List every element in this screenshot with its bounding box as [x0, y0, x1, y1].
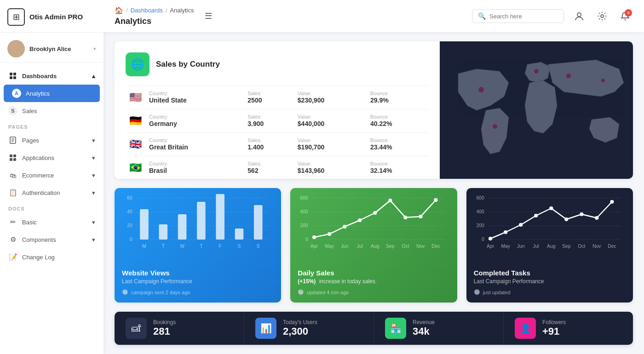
search-input[interactable] [489, 13, 554, 20]
svg-text:400: 400 [300, 209, 309, 214]
website-views-info: Website Views Last Campaign Performance … [115, 262, 281, 303]
revenue-stat-text: Revenue 34k [413, 319, 435, 337]
sales-by-country-card: 🌐 Sales by Country 🇺🇸 Country: United St… [115, 41, 633, 179]
user-account-icon[interactable] [571, 8, 587, 24]
svg-text:600: 600 [300, 195, 309, 200]
user-chevron-icon: ▾ [93, 46, 96, 52]
pages-chevron-icon: ▾ [92, 137, 95, 144]
daily-sales-highlight: (+15%) [298, 278, 316, 285]
country-table-row: 🇺🇸 Country: United State Sales: 2500 Val… [126, 86, 429, 109]
sidebar-item-components[interactable]: ⚙ Components ▾ [0, 231, 104, 248]
content-area: 🌐 Sales by Country 🇺🇸 Country: United St… [104, 32, 644, 354]
followers-stat-label: Followers [542, 319, 566, 325]
sidebar-item-basic[interactable]: ✏ Basic ▾ [0, 213, 104, 231]
website-views-card: 60 40 20 0 M T [115, 188, 281, 303]
search-box[interactable]: 🔍 [472, 9, 564, 23]
sales-country-title: Sales by Country [156, 60, 220, 69]
svg-text:M: M [142, 244, 146, 249]
country-table: 🇺🇸 Country: United State Sales: 2500 Val… [126, 86, 429, 179]
svg-point-81 [534, 214, 538, 217]
authentication-chevron-icon: ▾ [92, 189, 95, 196]
svg-point-19 [566, 74, 571, 78]
svg-text:200: 200 [476, 223, 484, 228]
svg-rect-33 [197, 202, 206, 240]
svg-text:T: T [200, 244, 202, 249]
svg-point-80 [519, 223, 523, 227]
sidebar-nav: Dashboards ▴ A Analytics S Sales Pages P… [0, 63, 104, 354]
svg-point-17 [478, 87, 484, 92]
website-views-subtitle: Last Campaign Performance [122, 278, 274, 285]
revenue-stat-value: 34k [413, 325, 435, 337]
stats-row: 🛋 Bookings 281 📊 Today's Users 2,300 🏪 R… [115, 312, 633, 345]
svg-rect-4 [10, 76, 12, 79]
svg-text:400: 400 [476, 209, 484, 214]
dashboards-icon [8, 71, 17, 80]
revenue-stat-icon: 🏪 [385, 318, 406, 339]
settings-icon[interactable] [594, 8, 610, 24]
completed-tasks-meta: 🕐 just updated [474, 289, 626, 295]
sidebar-item-authentication[interactable]: 📋 Authentication ▾ [0, 184, 104, 201]
notifications-button[interactable]: 9 [617, 8, 633, 24]
svg-rect-35 [235, 228, 244, 240]
svg-text:May: May [325, 244, 334, 249]
svg-text:F: F [219, 244, 222, 249]
svg-text:Apr: Apr [487, 244, 494, 249]
components-chevron-icon: ▾ [92, 236, 95, 243]
svg-point-58 [404, 216, 408, 219]
basic-label: Basic [22, 219, 87, 226]
svg-text:Sep: Sep [562, 244, 571, 249]
sales-country-table-area: 🌐 Sales by Country 🇺🇸 Country: United St… [115, 41, 440, 179]
sidebar-item-dashboards[interactable]: Dashboards ▴ [0, 67, 104, 85]
svg-text:200: 200 [300, 223, 309, 228]
search-icon: 🔍 [478, 12, 486, 20]
followers-stat-value: +91 [542, 325, 566, 337]
sidebar-item-analytics[interactable]: A Analytics [4, 85, 100, 102]
svg-point-82 [549, 206, 553, 210]
sidebar-user[interactable]: Brooklyn Alice ▾ [0, 33, 104, 63]
analytics-label: Analytics [26, 90, 92, 97]
daily-sales-title: Daily Sales [298, 269, 449, 277]
breadcrumb-current: Analytics [170, 7, 194, 14]
svg-text:600: 600 [476, 195, 484, 200]
svg-point-60 [434, 198, 438, 202]
stat-item-bookings: 🛋 Bookings 281 [115, 312, 244, 345]
stat-item-revenue: 🏪 Revenue 34k [374, 312, 504, 345]
sidebar-item-applications[interactable]: Applications ▾ [0, 149, 104, 166]
svg-text:May: May [501, 244, 510, 249]
ecommerce-label: Ecommerce [22, 172, 87, 179]
svg-point-0 [12, 42, 20, 50]
clock-icon-sales: 🕐 [298, 289, 304, 295]
pages-label: Pages [22, 137, 87, 144]
sidebar-item-ecommerce[interactable]: 🛍 Ecommerce ▾ [0, 166, 104, 184]
svg-text:20: 20 [127, 223, 132, 228]
svg-text:W: W [180, 244, 184, 249]
sidebar-item-changelog[interactable]: 📝 Change Log [0, 248, 104, 266]
website-views-title: Website Views [122, 269, 274, 277]
website-views-meta: 🕐 campaign sent 2 days ago [122, 289, 274, 295]
svg-point-59 [419, 215, 423, 218]
menu-icon[interactable]: ☰ [205, 11, 212, 21]
svg-text:Oct: Oct [402, 244, 409, 249]
svg-point-84 [580, 212, 583, 216]
clock-icon-tasks: 🕐 [474, 289, 480, 295]
svg-text:S: S [238, 244, 241, 249]
breadcrumb-dashboards[interactable]: Dashboards [131, 7, 163, 14]
sidebar-item-pages[interactable]: Pages ▾ [0, 131, 104, 149]
sidebar-item-sales[interactable]: S Sales [0, 102, 104, 120]
completed-tasks-info: Completed Tasks Last Campaign Performanc… [466, 262, 633, 303]
bookings-stat-value: 281 [153, 325, 176, 337]
svg-text:T: T [162, 244, 165, 249]
svg-point-83 [564, 217, 568, 221]
card-header: 🌐 Sales by Country [126, 52, 429, 76]
stat-item-followers: 👤 Followers +91 [504, 312, 633, 345]
app-name: Otis Admin PRO [29, 13, 83, 21]
svg-rect-3 [13, 73, 16, 75]
svg-point-18 [534, 69, 539, 74]
svg-text:0: 0 [482, 237, 484, 242]
svg-point-56 [373, 211, 377, 215]
sidebar: ⊞ Otis Admin PRO Brooklyn Alice ▾ Dashbo… [0, 0, 104, 354]
completed-tasks-svg: 600 400 200 0 Apr [474, 194, 626, 253]
svg-point-79 [504, 230, 507, 234]
daily-sales-info: Daily Sales (+15%) increase in today sal… [290, 262, 457, 303]
bookings-stat-label: Bookings [153, 319, 176, 325]
